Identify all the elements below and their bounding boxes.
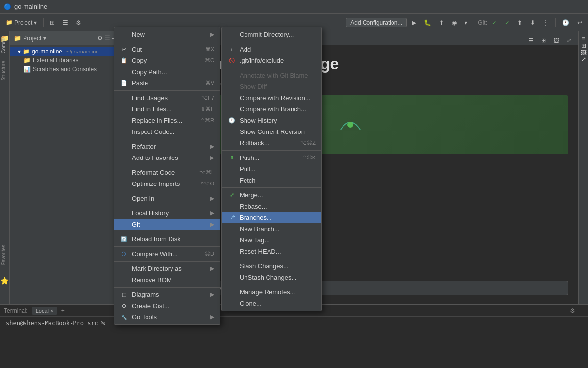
menu-item-reformatcode[interactable]: Reformat Code ⌥⌘L [114, 167, 220, 178]
toolbar-btn-minus[interactable]: — [86, 18, 98, 27]
terminal-tab-close[interactable]: × [50, 308, 53, 314]
menu-item-markdirectoryas[interactable]: Mark Directory as ▶ [114, 263, 220, 274]
editor-img-btn[interactable]: 🖼 [551, 37, 562, 45]
menu-item-localhistory[interactable]: Local History ▶ [114, 208, 220, 219]
project-settings-icon[interactable]: ⚙ [98, 35, 103, 42]
menu-removebom-label: Remove BOM [132, 276, 172, 284]
menu-item-findinfiles[interactable]: Find in Files... ⇧⌘F [114, 104, 220, 115]
terminal-tab-local[interactable]: Local × [32, 307, 57, 315]
submenu-item-newbranch[interactable]: New Branch... [222, 223, 321, 235]
menu-item-addtofavorites[interactable]: Add to Favorites ▶ [114, 152, 220, 163]
submenu-newtag-label: New Tag... [240, 237, 270, 244]
submenu-item-resethead[interactable]: Reset HEAD... [222, 246, 321, 257]
submenu-item-showcurrentrevision[interactable]: Show Current Revision [222, 126, 321, 137]
submenu-item-merge[interactable]: ⤢ Merge... [222, 189, 321, 201]
tree-item-external-libraries[interactable]: 📁 External Libraries [10, 56, 122, 65]
rs-icon-4[interactable]: ⤢ [581, 56, 586, 63]
add-configuration-button[interactable]: Add Configuration... [346, 18, 407, 27]
rs-icon-3[interactable]: 🖼 [581, 49, 587, 56]
tree-item-go-mainline[interactable]: ▾ 📁 go-mainline ~/go-mainline [10, 47, 122, 56]
project-layout-icon[interactable]: ☰ [105, 35, 110, 42]
editor-expand-btn[interactable]: ⤢ [564, 36, 574, 45]
menu-item-replaceinfiles[interactable]: Replace in Files... ⇧⌘R [114, 115, 220, 126]
submenu-item-commitdir[interactable]: Commit Directory... [222, 29, 321, 40]
project-header-label: Project [23, 35, 41, 42]
project-selector[interactable]: 📁 Project ▾ [3, 18, 40, 27]
menu-sep-7 [114, 246, 220, 247]
activity-favorites-icon[interactable]: ⭐ [1, 277, 9, 285]
toolbar-btn-settings[interactable]: ⚙ [73, 18, 84, 27]
submenu-item-newtag[interactable]: New Tag... [222, 235, 321, 246]
structure-label[interactable]: Structure [1, 61, 6, 81]
rs-icon-2[interactable]: ⊞ [581, 42, 586, 49]
menu-comparewith-label: Compare With... [132, 250, 178, 258]
terminal-settings-icon[interactable]: ⚙ [570, 307, 575, 314]
submenu-item-fetch[interactable]: Fetch [222, 175, 321, 186]
submenu-item-comparerevision[interactable]: Compare with Revision... [222, 92, 321, 104]
submenu-item-rollback[interactable]: Rollback... ⌥⌘Z [222, 137, 321, 149]
tree-item-scratches[interactable]: 📊 Scratches and Consoles [10, 65, 122, 74]
git-arrow-up[interactable]: ⬆ [514, 18, 525, 27]
git-check[interactable]: ✓ [489, 18, 500, 27]
menu-item-refactor[interactable]: Refactor ▶ [114, 141, 220, 152]
commit-label[interactable]: Commit [1, 36, 6, 53]
menu-item-cut[interactable]: ✂ Cut ⌘X [114, 44, 220, 55]
toolbar-btn-structure[interactable]: ⊞ [47, 18, 58, 27]
menu-item-optimizeimports[interactable]: Optimize Imports ^⌥O [114, 178, 220, 189]
project-dropdown-icon2: ▾ [43, 35, 46, 42]
submenu-item-add[interactable]: + Add [222, 44, 321, 55]
submenu-item-rebase[interactable]: Rebase... [222, 201, 321, 212]
debug-button[interactable]: 🐛 [421, 18, 434, 27]
menu-item-openin[interactable]: Open In ▶ [114, 193, 220, 204]
run-button[interactable]: ▶ [409, 18, 419, 27]
menu-item-creategist[interactable]: ⊙ Create Gist... [114, 300, 220, 312]
run-dropdown[interactable]: ▾ [462, 18, 470, 27]
git-more[interactable]: ⋮ [540, 18, 552, 27]
menu-item-removebom[interactable]: Remove BOM [114, 274, 220, 286]
editor-split-btn[interactable]: ⊞ [539, 36, 549, 45]
undo-button[interactable]: ↩ [574, 18, 585, 27]
app-title: go-mainline [14, 3, 47, 10]
menu-item-diagrams[interactable]: ◫ Diagrams ▶ [114, 289, 220, 300]
submenu-item-showhistory[interactable]: 🕐 Show History [222, 115, 321, 126]
submenu-item-push[interactable]: ⬆ Push... ⇧⌘K [222, 152, 321, 163]
submenu-commitdir-label: Commit Directory... [240, 31, 294, 38]
submenu-item-showdiff[interactable]: Show Diff [222, 81, 321, 92]
menu-item-git[interactable]: Git ▶ [114, 219, 220, 230]
submenu-merge-icon: ⤢ [228, 192, 236, 198]
toolbar-btn-layout[interactable]: ☰ [60, 18, 71, 27]
menu-item-reloadfromdisk[interactable]: 🔄 Reload from Disk [114, 234, 220, 245]
menu-item-paste[interactable]: 📄 Paste ⌘V [114, 78, 220, 89]
menu-item-comparewith[interactable]: ⬡ Compare With... ⌘D [114, 248, 220, 260]
menu-item-copy[interactable]: 📋 Copy ⌘C [114, 55, 220, 66]
favorites-label[interactable]: Favorites [1, 245, 6, 265]
menu-item-findusages[interactable]: Find Usages ⌥F7 [114, 92, 220, 104]
terminal-minimize-icon[interactable]: — [578, 307, 584, 314]
submenu-item-gitignore[interactable]: 🚫 .git/info/exclude [222, 55, 321, 66]
submenu-item-clone[interactable]: Clone... [222, 298, 321, 309]
submenu-item-manageremotes[interactable]: Manage Remotes... [222, 287, 321, 298]
tree-expand-icon: ▾ [18, 48, 21, 55]
menu-item-copypath[interactable]: Copy Path... [114, 66, 220, 78]
menu-item-inspectcode[interactable]: Inspect Code... [114, 126, 220, 137]
terminal-content: shen@shens-MacBook-Pro src % [0, 317, 588, 368]
tree-item-scratches-label: Scratches and Consoles [33, 66, 97, 73]
submenu-item-stash[interactable]: Stash Changes... [222, 261, 321, 272]
coverage-button[interactable]: ⬆ [436, 18, 447, 27]
rs-icon-1[interactable]: ≡ [582, 35, 585, 42]
submenu-item-pull[interactable]: Pull... [222, 163, 321, 175]
history-button[interactable]: 🕐 [559, 18, 572, 27]
submenu-item-unstash[interactable]: UnStash Changes... [222, 272, 321, 283]
menu-item-gotools[interactable]: 🔧 Go Tools ▶ [114, 312, 220, 323]
title-bar: 🔵 go-mainline [0, 0, 588, 14]
editor-layout-btn[interactable]: ☰ [526, 36, 537, 45]
submenu-item-comparebranch[interactable]: Compare with Branch... [222, 104, 321, 115]
submenu-item-branches[interactable]: ⎇ Branches... [222, 212, 321, 223]
menu-paste-icon: 📄 [120, 80, 128, 86]
submenu-item-annotate[interactable]: Annotate with Git Blame [222, 70, 321, 81]
terminal-add-icon[interactable]: + [61, 307, 65, 314]
git-arrow-down[interactable]: ⬇ [527, 18, 538, 27]
profile-button[interactable]: ◉ [449, 18, 460, 27]
git-tick[interactable]: ✓ [502, 18, 513, 27]
menu-item-new[interactable]: New ▶ [114, 29, 220, 40]
